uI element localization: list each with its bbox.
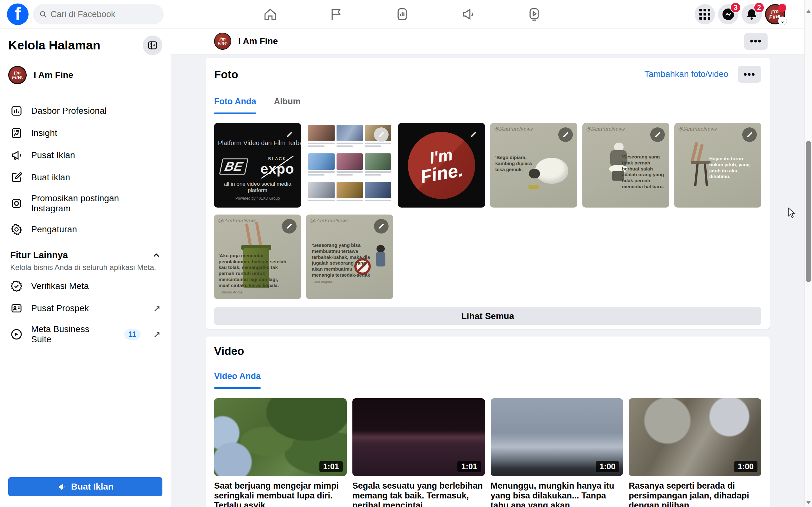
edit-photo-button[interactable] (466, 127, 480, 142)
sidebar-item-pusat-iklan[interactable]: Pusat Iklan (8, 144, 162, 166)
video-thumbnail[interactable]: 1:01 (214, 398, 347, 476)
see-all-photos-button[interactable]: Lihat Semua (214, 307, 761, 325)
edit-photo-button[interactable] (742, 127, 757, 142)
tab-foto-anda[interactable]: Foto Anda (214, 97, 256, 114)
tab-album[interactable]: Album (274, 97, 300, 114)
nav-ads-megaphone-icon[interactable] (461, 7, 475, 21)
profile-alert-dot (778, 4, 786, 12)
nav-video-icon[interactable] (527, 7, 542, 21)
page-avatar: I'mFine. (8, 65, 27, 85)
pencil-icon (746, 131, 753, 138)
page-header-bar: I'mFine. I Am Fine ••• (171, 29, 804, 54)
search-input[interactable] (51, 9, 157, 19)
sidebar-item-meta-business-suite[interactable]: Meta Business Suite 11 ↗ (8, 320, 162, 349)
sidebar-item-promosikan-instagram[interactable]: Promosikan postingan Instagram (8, 188, 162, 218)
chevron-down-icon: ⌄ (778, 16, 787, 25)
create-ad-button[interactable]: Buat Iklan (8, 477, 162, 496)
messenger-badge: 3 (730, 2, 741, 13)
video-item[interactable]: 1:01 Segala sesuatu yang berlebihan mema… (352, 398, 485, 507)
messenger-button[interactable]: 3 (718, 4, 739, 24)
contact-card-icon (10, 302, 23, 315)
video-thumbnail[interactable]: 1:00 (629, 398, 761, 476)
video-thumbnail[interactable]: 1:00 (491, 398, 623, 476)
top-navigation-bar: f 3 2 I'mFine. (0, 0, 804, 29)
sidebar-item-verifikasi-meta[interactable]: Verifikasi Meta (8, 275, 162, 297)
photo-item-cartoon-sheep[interactable]: @iAmFineNews 'Bego dipiara, kambing dipi… (490, 123, 577, 208)
nav-home-icon[interactable] (263, 7, 277, 21)
external-link-icon: ↗ (153, 303, 160, 314)
video-thumbnail[interactable]: 1:01 (352, 398, 485, 476)
mbs-badge: 11 (124, 329, 140, 340)
profile-avatar[interactable]: I'mFine. ⌄ (765, 4, 785, 24)
photos-card: Foto Tambahkan foto/video ••• Foto Anda … (206, 58, 770, 329)
sidebar-item-insight[interactable]: Insight (8, 122, 162, 144)
section-subtitle: Kelola bisnis Anda di seluruh aplikasi M… (10, 263, 160, 272)
search-bar[interactable] (33, 4, 164, 24)
sidebar-page-row[interactable]: I'mFine. I Am Fine (8, 66, 162, 84)
photo-item-cartoon-bin[interactable]: @iAmFineNews 'Aku juga mencintai penolak… (214, 215, 301, 299)
edit-photo-button[interactable] (282, 219, 297, 233)
edit-photo-button[interactable] (374, 219, 389, 233)
photo-item-promo[interactable]: Platform Video dan Film Terbaru BE BLACK… (214, 123, 301, 208)
collapse-sidebar-button[interactable] (143, 36, 162, 55)
video-caption[interactable]: Rasanya seperti berada di persimpangan j… (629, 481, 761, 507)
search-icon (39, 10, 47, 18)
sidebar-item-pengaturan[interactable]: Pengaturan (8, 218, 162, 240)
pencil-icon (377, 222, 385, 230)
pencil-icon (286, 222, 293, 230)
panel-collapse-icon (147, 40, 158, 51)
external-link-icon: ↗ (153, 329, 160, 340)
pencil-icon (562, 131, 569, 138)
pencil-icon (469, 131, 477, 138)
add-photo-video-link[interactable]: Tambahkan foto/video (645, 69, 728, 79)
edit-photo-button[interactable] (558, 127, 573, 142)
videos-card-title: Video (214, 345, 244, 357)
page-header-more-button[interactable]: ••• (744, 33, 768, 50)
video-caption[interactable]: Segala sesuatu yang berlebihan memang ta… (352, 481, 485, 507)
pencil-icon (654, 131, 661, 138)
video-item[interactable]: 1:00 Rasanya seperti berada di persimpan… (629, 398, 761, 507)
divider (8, 94, 163, 94)
sidebar-item-pusat-prospek[interactable]: Pusat Prospek ↗ (8, 297, 162, 320)
section-title-fitur-lainnya: Fitur Lainnya (10, 250, 68, 261)
edit-photo-button[interactable] (282, 127, 297, 142)
photo-item-cartoon-girl[interactable]: @iAmFineNews 'Seseorang yang bisa membua… (306, 215, 393, 299)
cartoon-art (373, 245, 388, 275)
megaphone-icon (10, 149, 23, 162)
pencil-icon (286, 131, 293, 138)
nav-pages-flag-icon[interactable] (329, 7, 344, 21)
photos-more-button[interactable]: ••• (738, 66, 761, 83)
scrollbar-thumb[interactable] (806, 141, 811, 282)
sidebar-item-dasbor-profesional[interactable]: Dasbor Profesional (8, 100, 162, 122)
mouse-cursor (787, 208, 797, 218)
video-caption[interactable]: Menunggu, mungkin hanya itu yang bisa di… (491, 481, 623, 507)
pencil-icon (377, 131, 385, 138)
photo-item-collage[interactable] (306, 123, 393, 208)
page-header-avatar[interactable]: I'mFine. (213, 32, 232, 50)
video-item[interactable]: 1:01 Saat berjuang mengejar mimpi sering… (214, 398, 347, 507)
cartoon-art (535, 158, 568, 184)
photos-card-title: Foto (214, 68, 238, 81)
photo-item-cartoon-toilet[interactable]: @iAmFineNews 'Seseorang yang tidak perna… (582, 123, 669, 208)
notifications-button[interactable]: 2 (742, 4, 762, 24)
edit-photo-button[interactable] (650, 127, 665, 142)
facebook-logo[interactable]: f (7, 3, 29, 25)
apps-menu-button[interactable] (695, 4, 715, 24)
scrollbar-up-arrow[interactable] (806, 9, 811, 13)
video-item[interactable]: 1:00 Menunggu, mungkin hanya itu yang bi… (491, 398, 623, 507)
tab-video-anda[interactable]: Video Anda (214, 372, 261, 389)
gear-icon (10, 223, 23, 236)
notifications-badge: 2 (754, 2, 764, 13)
vertical-scrollbar[interactable] (804, 0, 812, 507)
sidebar-item-buat-iklan[interactable]: Buat iklan (8, 166, 162, 188)
photo-item-logo[interactable]: I'm Fine. (398, 123, 485, 208)
cartoon-art (245, 223, 252, 247)
chevron-up-icon[interactable] (152, 251, 160, 260)
photo-item-cartoon-chair[interactable]: @iAmFineNews Hujan itu turun bukan jatuh… (674, 123, 761, 208)
nav-insights-icon[interactable] (395, 7, 409, 21)
edit-photo-button[interactable] (374, 127, 389, 142)
scrollbar-down-arrow[interactable] (806, 501, 811, 504)
video-caption[interactable]: Saat berjuang mengejar mimpi seringkali … (214, 481, 347, 507)
video-duration-badge: 1:00 (734, 461, 757, 472)
video-duration-badge: 1:01 (457, 461, 481, 472)
